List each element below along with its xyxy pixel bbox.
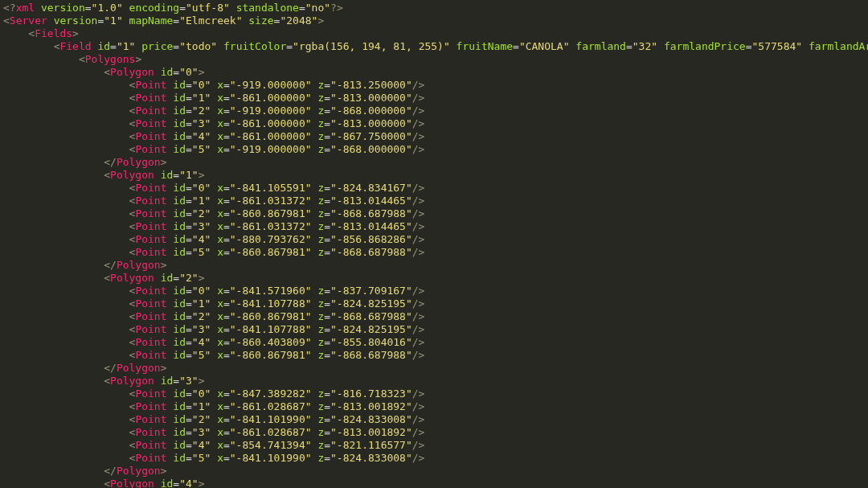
token-op: = xyxy=(324,400,330,412)
token-str: "-868.687988" xyxy=(330,310,412,322)
token-att: x xyxy=(217,349,223,361)
token-op: = xyxy=(223,336,230,348)
code-line: <Point id="3" x="-861.031372" z="-813.01… xyxy=(3,220,865,233)
token-op: = xyxy=(626,40,633,52)
token-op: = xyxy=(324,79,330,91)
token-att: farmland xyxy=(575,40,626,52)
token-p: /> xyxy=(412,388,425,400)
token-p: /> xyxy=(412,130,425,142)
token-op: = xyxy=(324,130,330,142)
code-line: <Point id="5" x="-919.000000" z="-868.00… xyxy=(3,143,865,156)
code-line: <Point id="3" x="-861.028687" z="-813.00… xyxy=(3,426,865,439)
token-tag: Point xyxy=(135,323,166,335)
token-op: = xyxy=(286,40,293,52)
token-str: "1" xyxy=(192,297,211,310)
token-att: id xyxy=(97,40,110,52)
token-op: = xyxy=(324,143,330,155)
code-line: <Point id="1" x="-861.000000" z="-813.00… xyxy=(3,92,865,105)
token-p: /> xyxy=(412,79,425,91)
token-tag: Point xyxy=(135,452,166,464)
token-att: id xyxy=(173,130,186,142)
token-op: = xyxy=(324,297,330,310)
token-str: "0" xyxy=(179,66,198,78)
token-p: /> xyxy=(412,426,425,438)
token-op: = xyxy=(186,439,192,451)
token-p: ?> xyxy=(330,2,343,14)
token-tag: Polygon xyxy=(110,375,154,387)
token-att: id xyxy=(161,272,174,284)
code-line: <Polygon id="3"> xyxy=(3,375,865,388)
token-str: "0" xyxy=(192,182,211,194)
code-line: <Point id="1" x="-841.107788" z="-824.82… xyxy=(3,297,865,310)
token-str: "-813.014465" xyxy=(330,195,412,207)
token-att: id xyxy=(161,478,174,488)
token-op: = xyxy=(186,297,192,310)
token-p: > xyxy=(199,375,205,387)
code-line: <Point id="4" x="-860.403809" z="-855.80… xyxy=(3,336,865,349)
token-op: = xyxy=(746,40,752,52)
token-p: > xyxy=(199,169,205,181)
token-p: /> xyxy=(412,439,425,451)
token-tag: Point xyxy=(135,388,166,400)
token-op: = xyxy=(173,272,179,284)
token-att: x xyxy=(217,182,223,194)
token-str: "-813.000000" xyxy=(330,117,412,129)
token-p: /> xyxy=(412,182,425,194)
token-str: "5" xyxy=(192,452,211,464)
token-p: /> xyxy=(412,207,425,219)
token-att: x xyxy=(217,452,223,464)
code-editor[interactable]: <?xml version="1.0" encoding="utf-8" sta… xyxy=(0,0,868,488)
token-str: "32" xyxy=(633,40,657,52)
token-op: = xyxy=(324,117,330,129)
token-p: > xyxy=(199,272,205,284)
token-str: "3" xyxy=(179,375,198,387)
token-str: "-860.403809" xyxy=(230,336,312,348)
token-att: size xyxy=(248,14,273,27)
code-line: <Point id="2" x="-841.101990" z="-824.83… xyxy=(3,413,865,426)
token-p: > xyxy=(317,14,324,27)
token-str: "-860.867981" xyxy=(230,349,312,361)
token-op: = xyxy=(186,310,192,322)
token-str: "2" xyxy=(179,272,198,284)
token-op: = xyxy=(324,323,330,335)
token-op: = xyxy=(173,40,179,52)
token-att: price xyxy=(141,40,173,52)
token-p: > xyxy=(161,465,167,477)
code-line: <Point id="0" x="-847.389282" z="-816.71… xyxy=(3,388,865,400)
token-p: </ xyxy=(104,465,117,477)
token-str: "0" xyxy=(192,285,211,297)
token-op: = xyxy=(324,207,330,219)
token-op: = xyxy=(223,349,230,361)
token-op: = xyxy=(186,400,192,412)
token-att: id xyxy=(173,105,186,117)
token-p: < xyxy=(104,375,110,387)
token-str: "-813.250000" xyxy=(330,79,412,91)
token-str: "-821.116577" xyxy=(330,439,412,451)
token-op: = xyxy=(223,182,230,194)
token-str: "-841.105591" xyxy=(230,182,312,194)
token-tag: Point xyxy=(135,233,166,245)
token-op: = xyxy=(324,336,330,348)
token-op: = xyxy=(324,310,330,322)
code-line: <Point id="0" x="-841.571960" z="-837.70… xyxy=(3,285,865,297)
code-line: <Polygons> xyxy=(3,53,865,66)
token-op: = xyxy=(186,413,192,425)
token-att: id xyxy=(161,375,174,387)
token-str: "-841.101990" xyxy=(230,452,312,464)
token-str: "-860.867981" xyxy=(230,207,312,219)
token-att: id xyxy=(161,66,174,78)
token-str: "5" xyxy=(192,349,211,361)
token-op: = xyxy=(85,2,92,14)
token-op: = xyxy=(324,388,330,400)
token-str: "5" xyxy=(192,143,211,155)
token-tag: Point xyxy=(135,400,166,412)
token-op: = xyxy=(173,375,179,387)
token-tag: Polygon xyxy=(110,272,154,284)
token-str: "4" xyxy=(192,336,211,348)
token-str: "todo" xyxy=(179,40,217,52)
token-att: id xyxy=(173,310,186,322)
token-str: "4" xyxy=(179,478,198,488)
token-p: /> xyxy=(412,310,425,322)
token-str: "-880.793762" xyxy=(230,233,312,245)
token-p: > xyxy=(199,66,205,78)
